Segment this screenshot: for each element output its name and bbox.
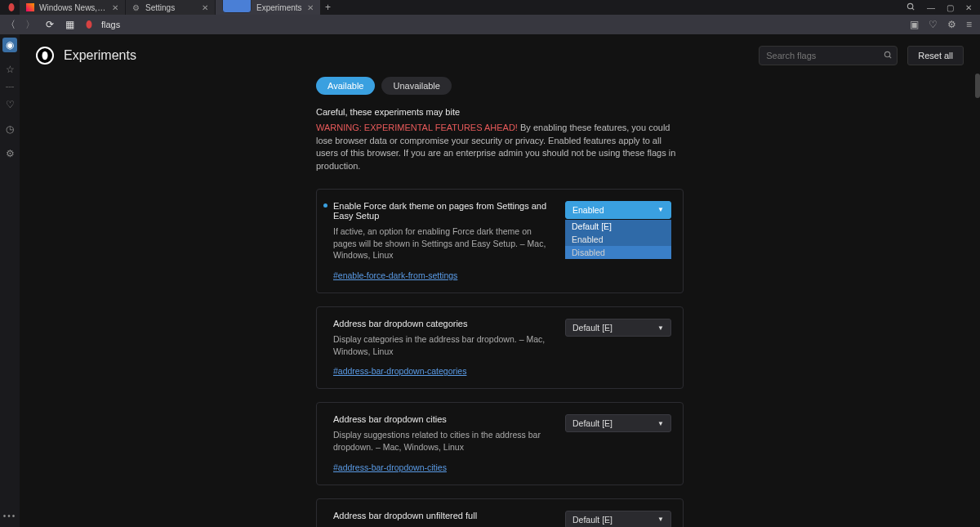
- page-title: Experiments: [64, 48, 136, 63]
- forward-button[interactable]: 〉: [24, 18, 36, 32]
- flag-title: Address bar dropdown categories: [333, 319, 552, 328]
- page-header: Experiments Reset all: [20, 34, 980, 77]
- tab-settings[interactable]: ⚙ Settings ✕: [126, 0, 216, 15]
- select-options: Default [E] Enabled Disabled: [565, 220, 671, 259]
- warning-block: Careful, these experiments may bite WARN…: [316, 106, 684, 172]
- reload-button[interactable]: ⟳: [44, 19, 56, 30]
- speed-dial-icon[interactable]: ▦: [64, 19, 75, 30]
- address-bar: 〈 〉 ⟳ ▦ flags ▣ ♡ ⚙ ≡: [0, 15, 980, 34]
- chevron-down-icon: ▼: [657, 206, 664, 213]
- option-enabled[interactable]: Enabled: [565, 233, 671, 246]
- flag-anchor-link[interactable]: #address-bar-dropdown-categories: [333, 366, 466, 376]
- flag-description: Display categories in the address bar dr…: [333, 333, 552, 357]
- extensions-icon[interactable]: ⚙: [947, 19, 956, 30]
- sidebar-item-history[interactable]: ◷: [2, 122, 17, 136]
- chevron-down-icon: ▼: [657, 324, 664, 332]
- reset-all-button[interactable]: Reset all: [907, 46, 964, 65]
- search-input[interactable]: [766, 51, 879, 60]
- tab-label: Windows News, Updates, t: [39, 3, 107, 12]
- tab-label: Experiments: [256, 3, 302, 12]
- sidebar-divider: [6, 87, 14, 87]
- favicon-icon: [26, 3, 34, 11]
- flag-card: Address bar dropdown unfiltered full Sho…: [316, 498, 684, 527]
- option-disabled[interactable]: Disabled: [565, 246, 671, 259]
- titlebar: Windows News, Updates, t ✕ ⚙ Settings ✕ …: [0, 0, 980, 15]
- snapshot-icon[interactable]: ▣: [910, 19, 919, 30]
- sidebar-more[interactable]: •••: [3, 511, 17, 520]
- scrollbar-thumb[interactable]: [975, 74, 980, 98]
- flag-title: Address bar dropdown cities: [333, 414, 552, 424]
- minimize-icon[interactable]: —: [927, 3, 935, 12]
- svg-point-0: [9, 3, 15, 11]
- flag-card: Address bar dropdown categories Display …: [316, 306, 684, 389]
- svg-point-4: [42, 51, 48, 60]
- tab-experiments[interactable]: Experiments ✕: [216, 0, 321, 15]
- flag-title: Address bar dropdown unfiltered full: [333, 511, 552, 520]
- flag-card: Enable Force dark theme on pages from Se…: [316, 189, 684, 293]
- tab-available[interactable]: Available: [316, 77, 375, 95]
- flag-select[interactable]: Default [E] ▼: [565, 414, 671, 432]
- select-value: Default [E]: [572, 323, 612, 333]
- sidebar-item-workspace[interactable]: ◉: [2, 38, 17, 52]
- search-icon: [884, 51, 893, 61]
- back-button[interactable]: 〈: [5, 18, 16, 32]
- flag-select[interactable]: Default [E] ▼: [565, 319, 671, 337]
- select-value: Enabled: [572, 205, 604, 215]
- svg-point-1: [907, 3, 912, 8]
- option-default[interactable]: Default [E]: [565, 220, 671, 233]
- flag-select[interactable]: Enabled ▼: [565, 201, 671, 219]
- sidebar-item-bookmarks[interactable]: ☆: [2, 62, 17, 77]
- svg-point-3: [87, 20, 92, 29]
- flag-icon: [222, 0, 252, 13]
- new-tab-button[interactable]: +: [321, 0, 336, 15]
- opera-logo-icon: [36, 47, 54, 65]
- tab-unavailable[interactable]: Unavailable: [381, 77, 451, 95]
- chevron-down-icon: ▼: [657, 516, 664, 523]
- close-icon[interactable]: ✕: [112, 3, 118, 12]
- sidebar-item-settings[interactable]: ⚙: [2, 146, 17, 161]
- select-value: Default [E]: [572, 418, 612, 428]
- url-field[interactable]: flags: [83, 19, 902, 30]
- window-controls: — ▢ ✕: [906, 2, 980, 13]
- opera-menu-icon[interactable]: [3, 2, 20, 13]
- heart-icon[interactable]: ♡: [929, 19, 938, 30]
- search-flags-box[interactable]: [759, 46, 898, 65]
- search-icon[interactable]: [906, 2, 915, 13]
- warning-alert: WARNING: EXPERIMENTAL FEATURES AHEAD!: [316, 123, 518, 132]
- svg-line-2: [912, 7, 914, 9]
- page-content: Experiments Reset all Available Unavaila…: [20, 34, 980, 527]
- svg-point-5: [885, 51, 890, 56]
- flag-select[interactable]: Default [E] ▼: [565, 511, 671, 527]
- addrbar-right-icons: ▣ ♡ ⚙ ≡: [910, 19, 972, 30]
- easy-setup-icon[interactable]: ≡: [966, 19, 972, 30]
- gear-icon: ⚙: [132, 3, 140, 11]
- flag-description: Display suggestions related to cities in…: [333, 429, 552, 453]
- tab-windows-news[interactable]: Windows News, Updates, t ✕: [20, 0, 126, 15]
- url-text: flags: [101, 20, 120, 29]
- opera-icon: [83, 19, 95, 30]
- select-value: Default [E]: [572, 515, 612, 525]
- chevron-down-icon: ▼: [657, 420, 664, 427]
- warning-title: Careful, these experiments may bite: [316, 106, 684, 118]
- tab-strip: Windows News, Updates, t ✕ ⚙ Settings ✕ …: [20, 0, 336, 15]
- flag-title: Enable Force dark theme on pages from Se…: [333, 201, 552, 221]
- maximize-icon[interactable]: ▢: [947, 3, 954, 12]
- flag-anchor-link[interactable]: #enable-force-dark-from-settings: [333, 270, 457, 280]
- svg-line-6: [889, 56, 891, 57]
- close-icon[interactable]: ✕: [202, 3, 208, 12]
- modified-dot-icon: [323, 203, 327, 208]
- sidebar-item-heart[interactable]: ♡: [2, 97, 17, 112]
- flag-card: Address bar dropdown cities Display sugg…: [316, 402, 684, 485]
- flag-anchor-link[interactable]: #address-bar-dropdown-cities: [333, 462, 447, 472]
- close-icon[interactable]: ✕: [307, 3, 314, 12]
- sidebar: ◉ ☆ ♡ ◷ ⚙ •••: [0, 34, 20, 527]
- close-window-icon[interactable]: ✕: [965, 3, 972, 12]
- tab-label: Settings: [145, 3, 197, 12]
- flag-description: If active, an option for enabling Force …: [333, 226, 552, 261]
- flags-column: Available Unavailable Careful, these exp…: [308, 77, 692, 527]
- filter-tabs: Available Unavailable: [316, 77, 684, 95]
